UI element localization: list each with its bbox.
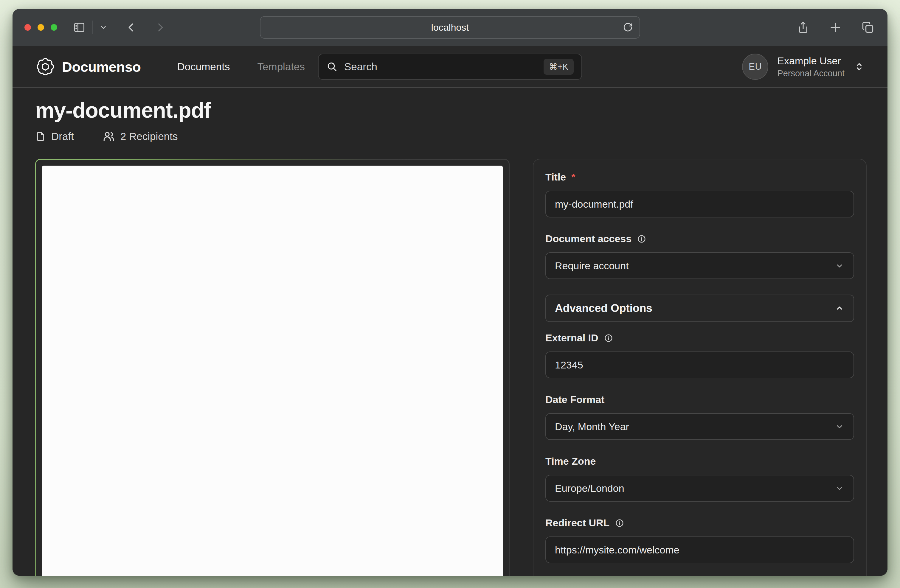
document-access-label: Document access (545, 233, 632, 244)
date-format-select[interactable]: Day, Month Year (545, 413, 854, 440)
file-icon (35, 131, 46, 142)
recipients-text: 2 Recipients (120, 130, 178, 142)
time-zone-value: Europe/London (555, 483, 624, 494)
recipients-count: 2 Recipients (102, 130, 178, 143)
time-zone-label: Time Zone (545, 455, 596, 467)
avatar-initials: EU (749, 61, 762, 72)
title-input[interactable] (545, 190, 854, 217)
account-menu[interactable]: EU Example User Personal Account (742, 54, 865, 80)
external-id-label: External ID (545, 332, 598, 344)
redirect-url-input[interactable] (545, 537, 854, 563)
search-shortcut-badge: ⌘+K (543, 59, 574, 75)
chevron-down-icon (835, 261, 844, 271)
app-navbar: Documenso Documents Templates Search ⌘+K… (12, 46, 888, 88)
date-format-label: Date Format (545, 394, 604, 405)
advanced-options-label: Advanced Options (555, 302, 652, 314)
traffic-lights (25, 24, 57, 31)
page-title: my-document.pdf (35, 98, 865, 122)
nav-item-documents[interactable]: Documents (177, 61, 230, 73)
document-access-select[interactable]: Require account (545, 252, 854, 279)
url-text: localhost (431, 22, 469, 33)
forward-button-icon[interactable] (154, 22, 166, 33)
tab-overview-icon[interactable] (861, 21, 874, 34)
info-icon[interactable] (637, 234, 646, 244)
document-settings-panel: Title * Document access Require account (533, 159, 867, 576)
chevron-down-icon (835, 421, 844, 432)
account-type: Personal Account (777, 68, 844, 78)
info-icon[interactable] (615, 518, 624, 528)
brand-name: Documenso (62, 59, 141, 75)
document-viewer-frame (36, 160, 509, 576)
document-access-value: Require account (555, 260, 629, 272)
sidebar-toggle-icon[interactable] (73, 21, 86, 34)
back-button-icon[interactable] (125, 22, 137, 33)
browser-toolbar: localhost (12, 9, 888, 46)
required-asterisk: * (571, 171, 575, 183)
avatar: EU (742, 54, 768, 80)
account-name: Example User (777, 55, 844, 67)
documenso-logo-icon (36, 57, 55, 76)
pdf-page (42, 166, 503, 576)
url-bar[interactable]: localhost (260, 16, 640, 39)
document-viewer (35, 159, 510, 576)
status-badge: Draft (35, 130, 74, 142)
users-icon (102, 130, 115, 143)
brand-logo[interactable]: Documenso (36, 57, 141, 76)
page-content: my-document.pdf Draft 2 Recipients (12, 88, 888, 576)
advanced-options-toggle[interactable]: Advanced Options (545, 295, 854, 322)
nav-item-templates[interactable]: Templates (258, 61, 305, 73)
chevron-up-icon (835, 303, 844, 313)
refresh-icon[interactable] (623, 22, 633, 32)
search-input[interactable]: Search ⌘+K (318, 54, 582, 80)
share-icon[interactable] (797, 21, 809, 34)
chevrons-up-down-icon (853, 61, 865, 73)
chevron-down-icon (835, 483, 844, 493)
time-zone-select[interactable]: Europe/London (545, 475, 854, 501)
search-placeholder: Search (344, 61, 537, 73)
redirect-url-label: Redirect URL (545, 517, 610, 529)
status-text: Draft (51, 130, 74, 142)
zoom-window-button[interactable] (51, 24, 57, 31)
browser-window: localhost Documens (12, 9, 888, 576)
toolbar-divider (92, 20, 93, 34)
minimize-window-button[interactable] (37, 24, 44, 31)
title-label: Title (545, 171, 566, 183)
date-format-value: Day, Month Year (555, 421, 629, 433)
info-icon[interactable] (604, 333, 613, 343)
close-window-button[interactable] (25, 24, 31, 31)
new-tab-icon[interactable] (829, 21, 842, 34)
search-icon (326, 61, 338, 73)
external-id-input[interactable] (545, 351, 854, 378)
sidebar-chevron-down-icon[interactable] (99, 23, 107, 31)
